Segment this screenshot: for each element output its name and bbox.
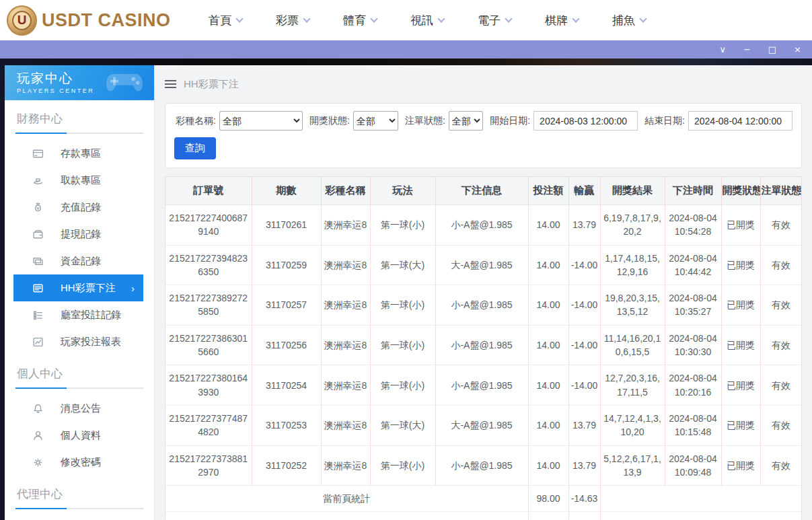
sidebar-item-announcements[interactable]: 消息公告 — [13, 395, 143, 422]
sidebar-item-withdrawal-records[interactable]: 提現記錄 — [13, 221, 143, 248]
table-cell: 14.00 — [528, 245, 568, 285]
start-date-label: 開始日期: — [490, 115, 530, 127]
table-cell: 第一球(小) — [370, 205, 435, 246]
close-icon[interactable]: × — [794, 45, 801, 54]
nav-item-electronic[interactable]: 電子 — [478, 13, 511, 28]
table-row: 215217227380164393031170254澳洲幸运8第一球(小)小-… — [165, 365, 801, 406]
section-title: 代理中心 — [17, 486, 142, 502]
bell-icon — [32, 403, 44, 414]
summary-bet-total: 98.00 — [528, 486, 568, 512]
sidebar-item-profile[interactable]: 個人資料 — [13, 422, 143, 449]
table-cell: 澳洲幸运8 — [321, 285, 370, 326]
sidebar-item-change-password[interactable]: 修改密碼 — [13, 449, 143, 476]
minimize-icon[interactable]: − — [743, 45, 751, 54]
site-logo[interactable]: U USDT CASINO — [7, 5, 175, 36]
nav-item-live-video[interactable]: 視訊 — [410, 13, 444, 28]
table-cell: -14.00 — [568, 285, 600, 326]
table-cell: 第一球(小) — [370, 285, 435, 326]
table-cell: 13.79 — [568, 445, 600, 486]
table-cell: 6,19,7,8,17,9,20,2 — [600, 205, 665, 246]
end-date-input[interactable] — [688, 111, 792, 131]
bets-table-panel: 訂單號期數彩種名稱玩法下注信息投注額輸贏開獎結果下注時間開獎狀態注單狀態 215… — [165, 176, 802, 520]
chevron-down-icon — [303, 15, 310, 22]
sidebar-item-label: 廳室投註記錄 — [61, 309, 121, 322]
sidebar-item-label: 充值記錄 — [61, 201, 101, 214]
table-cell: 14,7,12,4,1,3,10,20 — [600, 405, 665, 445]
top-nav: 首頁彩票體育視訊電子棋牌捕魚 — [209, 13, 646, 28]
order-status-select[interactable]: 全部 — [449, 111, 483, 131]
sidebar-item-label: 提現記錄 — [61, 228, 101, 241]
nav-item-lottery[interactable]: 彩票 — [276, 13, 309, 28]
table-cell: 31170252 — [252, 445, 321, 486]
hand-money-icon — [32, 175, 44, 186]
table-cell: 14.00 — [528, 365, 568, 406]
draw-status-select[interactable]: 全部 — [353, 111, 398, 131]
table-cell: 31170257 — [252, 285, 321, 326]
table-cell: 有效 — [760, 245, 801, 285]
table-cell: 14.00 — [528, 405, 568, 445]
sidebar-item-player-bet-report[interactable]: 玩家投注報表 — [13, 328, 143, 355]
nav-item-sports[interactable]: 體育 — [343, 13, 377, 28]
nav-item-chess-cards[interactable]: 棋牌 — [545, 13, 579, 28]
sidebar-item-hh-lottery-bets[interactable]: HH彩票下注› — [13, 274, 143, 301]
hamburger-icon[interactable] — [165, 79, 176, 89]
table-cell: 有效 — [760, 445, 801, 486]
sidebar-item-agent-rules[interactable]: 代理規則說明 — [13, 515, 143, 520]
table-cell: 31170254 — [252, 365, 321, 406]
table-row: 215217227389272585031170257澳洲幸运8第一球(小)小-… — [165, 285, 801, 326]
table-cell: 已開獎 — [721, 445, 760, 486]
sidebar-item-label: 取款專區 — [61, 174, 101, 187]
wallet-icon — [32, 229, 44, 240]
table-cell: 澳洲幸运8 — [321, 365, 370, 406]
sidebar-item-withdraw[interactable]: 取款專區 — [13, 167, 143, 194]
table-row: 215217227400687914031170261澳洲幸运8第一球(小)小-… — [165, 205, 801, 246]
maximize-icon[interactable]: □ — [768, 45, 776, 54]
table-row: 215217227373881297031170252澳洲幸运8第一球(小)小-… — [165, 445, 801, 486]
sidebar-item-label: 資金記錄 — [61, 255, 101, 268]
table-cell: 有效 — [760, 205, 801, 246]
table-cell: 小-A盤@1.985 — [435, 205, 528, 246]
column-header: 彩種名稱 — [321, 177, 370, 205]
table-cell: 31170253 — [252, 405, 321, 445]
table-cell: 2024-08-04 10:44:42 — [665, 245, 721, 285]
section-title: 財務中心 — [17, 111, 142, 126]
logo-letter: U — [12, 11, 32, 30]
table-cell: 1,17,4,18,15,12,9,16 — [600, 245, 665, 285]
nav-item-home[interactable]: 首頁 — [209, 13, 242, 28]
main-content: HH彩票下注 彩種名稱: 全部 開獎狀態: 全部 注單狀態: 全部 — [155, 65, 812, 520]
draw-status-label: 開獎狀態: — [309, 115, 350, 127]
table-cell: 澳洲幸运8 — [321, 405, 370, 445]
nav-item-label: 電子 — [478, 13, 501, 28]
breadcrumb: HH彩票下注 — [165, 65, 802, 103]
table-cell: 小-A盤@1.985 — [435, 445, 528, 486]
column-header: 訂單號 — [165, 177, 252, 205]
table-cell: 11,14,16,20,10,6,15,5 — [600, 325, 665, 365]
table-row: 215217227386301566031170256澳洲幸运8第一球(小)小-… — [165, 325, 801, 365]
sidebar-item-recharge-records[interactable]: 充值記錄 — [13, 194, 143, 221]
chevron-down-icon — [505, 15, 512, 22]
table-cell: 2024-08-04 10:20:16 — [665, 365, 721, 406]
search-button[interactable]: 查詢 — [174, 137, 216, 159]
table-cell: 2152172273774874820 — [165, 405, 252, 445]
summary-label: 當前頁統計 — [165, 486, 528, 512]
nav-item-label: 視訊 — [410, 13, 433, 28]
sidebar-item-deposit[interactable]: 存款專區 — [13, 140, 143, 167]
sidebar-item-funds-records[interactable]: 資金記錄 — [13, 248, 143, 274]
logo-coin-icon: U — [7, 5, 37, 36]
table-cell: 2152172273948236350 — [165, 245, 252, 285]
nav-item-label: 捕魚 — [612, 13, 635, 28]
column-header: 玩法 — [370, 177, 435, 205]
nav-item-fishing[interactable]: 捕魚 — [612, 13, 646, 28]
summary-win-loss-total: -14.63 — [568, 486, 600, 512]
collapse-icon[interactable]: ∨ — [719, 45, 726, 54]
sidebar-item-room-bet-records[interactable]: 廳室投註記錄 — [13, 301, 143, 328]
table-cell: 已開獎 — [721, 285, 760, 326]
table-cell: 已開獎 — [721, 245, 760, 285]
table-cell: 13.79 — [568, 405, 600, 445]
lottery-name-select[interactable]: 全部 — [219, 111, 303, 131]
chevron-down-icon — [235, 15, 243, 22]
table-row: 215217227377487482031170253澳洲幸运8第一球(大)大-… — [165, 405, 801, 445]
start-date-input[interactable] — [533, 111, 638, 131]
table-cell: 大-A盤@1.985 — [435, 405, 528, 445]
column-header: 開獎狀態 — [721, 177, 760, 205]
